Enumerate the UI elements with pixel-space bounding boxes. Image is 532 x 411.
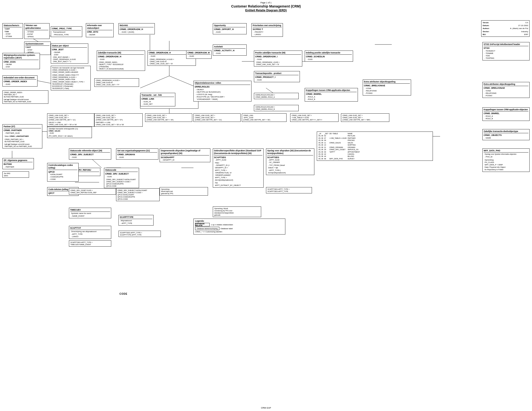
crm-jcds-box: Wijzigingsdocumenten systeem-registratie…: [2, 53, 40, 69]
scgenappt-opmerking: Opmerking: Wordt bijna niet gebruikt bij…: [160, 187, 208, 196]
opportunity-box: Opportunity CRMD_OPPORT_H - GUID: [213, 23, 247, 34]
scaptseg-box: Gebruikersspecifieke afspraken (Standaar…: [213, 149, 264, 188]
scaptseg-opmerking: Opmerking: Wordt vooralsnog bij TPG voor…: [213, 206, 261, 217]
sector-val: Industry: [521, 30, 528, 33]
legend-customizing-text: CRMC_* => Customizing tabellen: [195, 231, 222, 233]
scapptseg-appt-type-note: SCAPPTSEG-APPT_TYPE = SCAPPTSEG-APPT_TYP…: [266, 187, 312, 193]
legend-item-relatie: DATABASE RELATIE 1 op n relaties relatie…: [195, 223, 284, 226]
opslag-afspraken-box: Opslag voor afspraken (30) (Gecustomize-…: [266, 149, 314, 175]
crmd-link-obtype-note5: CRMD_LINK-GUID_SET = <<DB_TABLE>>-GUID C…: [290, 113, 339, 122]
scappttype-note: SCAPPTSEG-APPT_TYPE = SCAPPTTYPE-APPT_TY…: [118, 231, 161, 237]
versie-val: 0.4: [525, 21, 528, 24]
sector-label: Sector:: [483, 30, 494, 33]
qpcd-box: Controlecatalogus codes (uitleg) QPCD - …: [47, 163, 79, 182]
scgenappt-box: Gegenereerde afspraken (regelmatige of g…: [160, 149, 210, 162]
timecuev-box: TIMECUEV Symbolic name for event - NAME_…: [69, 208, 111, 218]
crmd-order-index-box: Indextabel one-order-document CRMD_ORDER…: [2, 75, 38, 86]
crmd-srv-subject-note: CRMD_SRV_SUBJECT-KATALOGART CRMD_SRV_SUB…: [116, 188, 160, 201]
legend-item-customizing: CRMC_* => Customizing tabellen: [195, 231, 284, 233]
page-header: Page 1 of 1: [0, 0, 532, 4]
crmc-brelvonae-box2: Extra attributen objectkoppeling CRMC_BR…: [363, 80, 411, 95]
scapttxt-box: SCAPTTXT Omschrijving van afspraaksoort …: [69, 226, 111, 239]
bu-val: ERP: [524, 33, 528, 36]
crmd-schedlin-box: Indeling positie zakelijke transactie CR…: [305, 51, 353, 62]
datum-label: Datum:: [483, 24, 494, 27]
srrelroles-box: Objectrelatieservice: rollen SRRELROLES …: [193, 81, 251, 102]
set-organisatie-box: Set van organisatiegegevens (21) CRMD_OR…: [116, 149, 158, 159]
crmc-proc-type-box: CRMC_PROC_TYPE Transactiesoort - PROCESS…: [51, 26, 82, 37]
sub-title: Entiteit Relatie Diagram (ERD): [0, 9, 532, 12]
auteur-label: Auteur:: [483, 27, 494, 30]
crmc-brelvonae-box: Extra attributen objectkoppeling CRMC_BR…: [482, 82, 530, 98]
crmd-link-obtype-note4: CRMD_LINK-GUID_SET = CRMD_LINK-GUID_SET …: [193, 113, 241, 122]
crmd-orderadm-i-box: Positie zakelijke transactie (06) CRMD_O…: [254, 51, 302, 66]
statuscode-refobj-box: Statuscode referentie-object (29) CRMD_S…: [69, 149, 111, 159]
page-footer: CRM-SAP: [0, 407, 532, 409]
crmd-srv-osset-note: CRMD_SRV_OSSET-GUID = CRMD_SRV_REFOBJ-GU…: [69, 188, 116, 195]
crmd-partner-box: Partner (07) CRMD_PARTNER - PARTNER_GUID…: [2, 124, 42, 149]
legend-rect-tabel: Database tabelomschrijving: [195, 227, 219, 230]
legend-title: Legenda:: [195, 220, 284, 222]
crmd-binrel-box2: Koppelingen tussen CRM-applicatie-object…: [305, 88, 358, 102]
stxh-box: STXD SAPscript tekstbestand header STXH …: [482, 42, 530, 60]
main-title: Customer Relationship Management (CRM): [0, 4, 532, 8]
datum-val: 27-10-2003: [518, 24, 528, 27]
teksten-gebruikerstatus-box: Teksten van gebruikerstatus - STSMA - ES…: [24, 23, 50, 39]
legend-box: Legenda: DATABASE RELATIE 1 op n relatie…: [193, 219, 285, 234]
crmd-orderadm-h-guid-note-topleft: CRMD_ORDERADM_H-GUID = CRMD_LINK-GUID-HI…: [94, 78, 139, 87]
timecuev-note: SCAPPTSEG-APPT_TYPE = TIMECUEV-NAME_EVEN…: [69, 240, 111, 247]
code-text: CODE: [119, 292, 127, 295]
but000-box: ZP: Algemene gegevens BUT000 - PARTNER: [2, 158, 34, 169]
crmd-link-obtype-note1: CRMD_LINK-GUID_SET = CRMD_LINK-GUID_SET …: [94, 113, 143, 127]
legend-item-tabel: Database tabelomschrijving Database tabe…: [195, 227, 284, 230]
wff-data-pho-box: WFF_DATA_PHO Opslag voor fysieke informa…: [482, 149, 530, 172]
crmd-link-obtype-note3: CRMD_LINK-GUID_SET = CRMD_LINK-GUID_SET …: [145, 113, 192, 122]
statusschemas-box: Statusschema's TJ30T TJ20 - ISTAT - STSM…: [2, 23, 23, 39]
version-info-box: Versie: 0.4 Datum: 27-10-2003 Auteur: A.…: [481, 20, 530, 37]
svg-line-4: [140, 76, 169, 88]
diagram-area: Versie: 0.4 Datum: 27-10-2003 Auteur: A.…: [0, 13, 532, 405]
prioriteiten-box: Prioriteiten met omschrijving SCPRIO T -…: [251, 23, 283, 37]
crmd-product-i-box: Transactiepositie - product CRMD_PRODUCT…: [254, 71, 300, 82]
versie-label: Versie:: [483, 21, 494, 24]
partners-transactie-note: Partners van transactie van type transac…: [51, 66, 91, 90]
crmd-binrel-box: Koppelingen tussen CRM-applicatie-object…: [482, 107, 530, 121]
info-statusobject-box: Informatie over statusobject CRM_JSTO - …: [86, 23, 114, 37]
ingang-box: INGANG CRMD_ORDERADM_H - GUID = {GUID}: [118, 23, 155, 34]
crmc-sales-guid-note: Zakelijke transactie verkooppositie (11)…: [47, 127, 92, 138]
legend-rect-relatie: DATABASE RELATIE: [195, 223, 210, 226]
crmd-link-box: Transactie - set - link CRMD_LINK - GUID…: [140, 93, 175, 106]
crmd-orderadm-m-box: CRMD_ORDERADM_M - GUID: [186, 51, 212, 59]
large-data-table-box: _HI_SETDE~TABLENAME 05, 0602PAYTLAN 05, …: [317, 131, 433, 161]
crmd-srv-subject-box: Statuscode CRMD_SRV_SUBJECT - GUID CRMD_…: [104, 168, 139, 188]
crmd-order-index-note: CRMD_ORDER_INDEX- PARTNER_NO = BUT000-PA…: [2, 90, 48, 104]
crmd-link-obtype-note2: CRMD_LINK-GUID_SET = CRMD_LINK-GUID_SET …: [47, 113, 94, 127]
crmd-link-obtype-note6: CRMD_LINK-GUID_SET = CRMD_LINK-GUID_SET …: [341, 113, 389, 122]
scappttype-box: SCAPPTTYPE Afspraaksoort - APPT_TYPE: [118, 215, 153, 225]
crmd-link-appl-guid-note: CRMD_LINK- -APPL_GUID (CRMD_LINK-OBTYPE_…: [242, 113, 286, 122]
activiteit-box: Activiteit CRMD_ACTIVITY_H - GUID: [213, 45, 247, 56]
ssrelroles-note-b: SSRELROLES-ROLEID = CRMD_BINREL-ROLE_B: [254, 105, 299, 111]
bu-label: BU:: [483, 33, 494, 36]
zie-erd-adres-note: Zie ERD adres: [2, 171, 29, 178]
crm-jest-box: Status per object CRM_JEST - OBJNR - STA…: [51, 44, 88, 64]
crmc-objects-box: Zakelijke transactie-deelsubjectype CRMC…: [482, 129, 530, 140]
auteur-val: A. (Alwin) van de Put: [510, 27, 528, 30]
ssrelroles-note-a: SSRELROLES-ROLEID = CRMD_BINREL-ROLE_A: [254, 93, 299, 99]
crmd-orderadm-h-zakelijk-box: Zakelijke transactie (05) CRMD_ORDERADM_…: [97, 51, 145, 71]
